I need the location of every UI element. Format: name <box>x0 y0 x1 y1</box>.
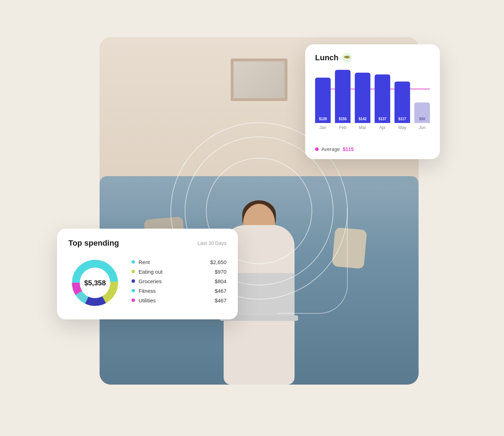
bar-group-feb: $155 Feb <box>335 70 351 130</box>
bar-jun: $58 <box>414 102 430 123</box>
spending-legend: Rent $2,650 Eating out $970 Groceries <box>131 259 226 307</box>
bar-group-jan: $128 Jan <box>315 70 331 130</box>
bar-label-jan: $128 <box>319 117 327 121</box>
legend-dot-rent <box>131 260 135 264</box>
donut-center: $5,358 <box>84 279 106 287</box>
legend-label-eating-out: Eating out <box>139 269 163 275</box>
scene: Top spending Last 30 Days <box>57 23 447 413</box>
legend-label-rent: Rent <box>139 259 150 265</box>
bars-area: $128 Jan $155 Feb $142 Mar <box>315 70 430 130</box>
donut-chart: $5,358 <box>68 256 122 309</box>
bar-group-jun: $58 Jun <box>414 70 430 130</box>
bar-jan: $128 <box>315 78 331 123</box>
legend-value-fitness: $467 <box>215 288 226 294</box>
legend-label-groceries: Groceries <box>139 278 162 284</box>
legend-dot-utilities <box>131 298 135 302</box>
wall-picture <box>231 58 287 101</box>
bar-feb: $155 <box>335 70 351 123</box>
average-dot-icon <box>315 147 319 151</box>
bar-label-mar: $142 <box>359 117 366 121</box>
bar-label-feb: $155 <box>339 117 347 121</box>
legend-item-rent: Rent $2,650 <box>131 259 226 265</box>
bar-month-apr: Apr <box>379 125 386 130</box>
card-content: $5,358 Rent $2,650 Eating out <box>68 256 226 309</box>
bar-month-jan: Jan <box>319 125 326 130</box>
bar-mar: $142 <box>355 73 370 123</box>
bar-month-jun: Jun <box>419 125 425 130</box>
donut-total: $5,358 <box>84 279 106 287</box>
legend-label-fitness: Fitness <box>139 288 156 294</box>
average-value: $115 <box>343 146 354 152</box>
card-title: Top spending <box>68 239 119 248</box>
chart-footer: Average $115 <box>315 146 430 152</box>
legend-label-utilities: Utilities <box>139 297 156 303</box>
card-header: Top spending Last 30 Days <box>68 239 226 248</box>
legend-item-fitness: Fitness $467 <box>131 288 226 294</box>
bar-month-may: May <box>398 125 407 130</box>
top-spending-card: Top spending Last 30 Days <box>57 229 238 319</box>
curve-decoration <box>277 207 348 314</box>
average-line <box>315 89 430 89</box>
bar-chart: $128 Jan $155 Feb $142 Mar <box>315 70 430 141</box>
average-text: Average <box>321 146 340 152</box>
legend-item-groceries: Groceries $804 <box>131 278 226 284</box>
legend-value-eating-out: $970 <box>215 269 226 275</box>
legend-dot-eating-out <box>131 270 135 273</box>
legend-value-utilities: $467 <box>215 297 226 303</box>
bar-may: $117 <box>394 82 410 123</box>
bar-group-apr: $137 Apr <box>375 70 390 130</box>
bar-apr: $137 <box>375 74 390 123</box>
lunch-emoji-icon: 🥗 <box>342 53 352 63</box>
lunch-header: Lunch 🥗 <box>315 53 430 63</box>
legend-item-eating-out: Eating out $970 <box>131 269 226 275</box>
bar-label-apr: $137 <box>379 117 386 121</box>
bar-label-jun: $58 <box>419 117 425 121</box>
bar-month-mar: Mar <box>359 125 366 130</box>
lunch-title: Lunch <box>315 53 338 62</box>
bar-group-may: $117 May <box>394 70 410 130</box>
card-subtitle: Last 30 Days <box>197 240 226 246</box>
lunch-card: Lunch 🥗 $128 Jan $155 <box>305 44 440 159</box>
legend-value-rent: $2,650 <box>210 259 226 265</box>
legend-value-groceries: $804 <box>215 278 226 284</box>
bar-month-feb: Feb <box>339 125 347 130</box>
legend-item-utilities: Utilities $467 <box>131 297 226 303</box>
bar-label-may: $117 <box>398 117 406 121</box>
legend-dot-groceries <box>131 279 135 283</box>
bar-group-mar: $142 Mar <box>355 70 370 130</box>
legend-dot-fitness <box>131 289 135 292</box>
